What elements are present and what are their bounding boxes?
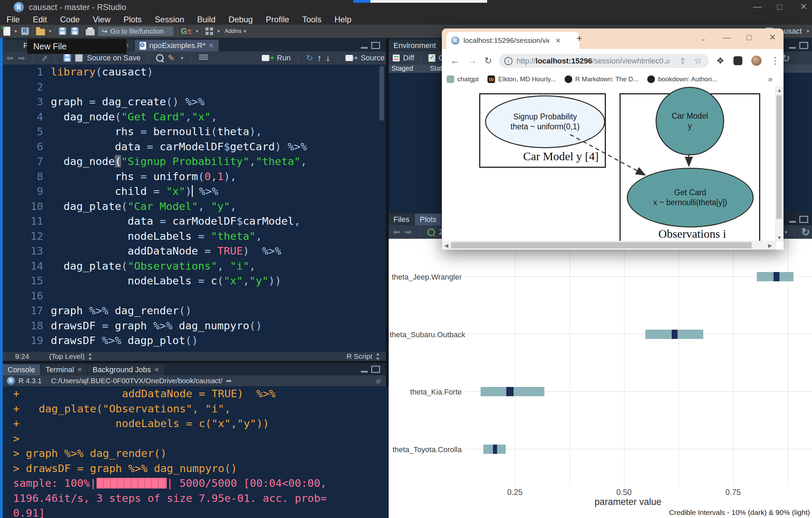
pane-minmax[interactable] (361, 366, 380, 373)
menu-item-tools[interactable]: Tools (296, 15, 328, 24)
magic-wand-icon[interactable]: ✎ (168, 53, 175, 63)
site-info-icon[interactable]: i (504, 57, 513, 65)
close-tab-icon[interactable]: ✕ (154, 366, 159, 374)
menu-item-build[interactable]: Build (191, 15, 222, 24)
browser-menu-icon[interactable]: ⋮ (770, 55, 780, 66)
zoom-plot-icon[interactable] (427, 228, 435, 236)
browser-maximize-icon[interactable]: □ (746, 33, 752, 42)
new-project-button[interactable] (21, 27, 29, 35)
profile-avatar[interactable] (751, 56, 762, 66)
horizontal-scrollbar[interactable]: ◀ ▶ (442, 241, 776, 250)
run-up-icon[interactable]: ↑ (317, 53, 321, 63)
goto-file-search[interactable]: ↪ Go to file/function (98, 26, 174, 36)
editor-scrollbar[interactable] (379, 66, 384, 121)
source-on-save-checkbox[interactable] (75, 54, 83, 62)
addins-menu[interactable]: Addins▾ (225, 28, 246, 34)
scroll-up-icon[interactable]: ▲ (776, 87, 783, 93)
tab-search-chevron-icon[interactable]: ⌄ (700, 34, 706, 43)
scrollbar-thumb[interactable] (776, 95, 782, 219)
maximize-pane-icon[interactable] (371, 42, 380, 49)
tab-background-jobs[interactable]: Background Jobs✕ (88, 364, 164, 375)
rerun-icon[interactable]: ↻ (306, 53, 313, 63)
source-button[interactable]: Source (361, 54, 385, 62)
save-all-button[interactable] (71, 27, 79, 35)
close-button[interactable]: ✕ (800, 2, 807, 12)
next-plot-icon[interactable]: ➡ (404, 227, 412, 237)
dag-node-x[interactable]: Get Card x ~ bernoulli(theta[y]) (627, 168, 754, 227)
dag-node-y[interactable]: Car Model y (656, 87, 724, 155)
pane-minmax[interactable] (361, 42, 380, 49)
bookmark-star-icon[interactable]: ☆ (694, 56, 702, 66)
browser-forward-icon[interactable]: → (467, 55, 477, 66)
code-editor[interactable]: 1library(causact)23graph = dag_create() … (3, 64, 386, 352)
doc-type[interactable]: R Script (346, 352, 372, 361)
version-control-button[interactable]: G±▾ (181, 26, 198, 36)
scroll-down-icon[interactable]: ▼ (776, 235, 783, 240)
vertical-scrollbar[interactable]: ▲ ▼ (775, 86, 784, 242)
tab-terminal[interactable]: Terminal✕ (41, 364, 87, 375)
save-file-icon[interactable] (63, 54, 71, 62)
dag-node-theta[interactable]: Signup Probability theta ~ uniform(0,1) (485, 95, 605, 148)
maximize-button[interactable]: □ (777, 2, 782, 12)
maximize-pane-icon[interactable] (371, 366, 380, 373)
previous-plot-icon[interactable]: ⬅ (393, 227, 400, 237)
open-folder-arrow-icon[interactable]: ➦ (226, 377, 232, 385)
console-output[interactable]: + addDataNode = TRUE) %>%+ dag_plate("Ob… (3, 386, 393, 518)
refresh-plot-icon[interactable]: ↻ (801, 226, 810, 238)
maximize-pane-icon[interactable] (799, 42, 808, 49)
new-file-button[interactable]: ▾ (3, 27, 17, 36)
minimize-pane-icon[interactable] (789, 43, 796, 49)
compile-notebook-icon[interactable] (199, 55, 208, 61)
editor-tab-npoexamples[interactable]: npoExamples.R*✕ (135, 40, 219, 51)
menu-item-help[interactable]: Help (328, 15, 358, 24)
scroll-right-icon[interactable]: ▶ (767, 243, 773, 249)
forward-icon[interactable]: ➡ (18, 53, 25, 63)
back-icon[interactable]: ⬅ (6, 53, 14, 63)
close-tab-icon[interactable]: ✕ (77, 366, 82, 374)
bookmark-item[interactable]: chatgpt (447, 75, 479, 83)
minimize-button[interactable]: — (753, 2, 762, 12)
minimize-pane-icon[interactable] (361, 366, 368, 373)
run-down-icon[interactable]: ↓ (326, 53, 330, 63)
scope-indicator[interactable]: (Top Level) (49, 352, 85, 361)
tab-plots[interactable]: Plots (415, 214, 441, 225)
run-icon[interactable] (262, 55, 269, 61)
browser-back-icon[interactable]: ← (450, 55, 460, 66)
tab-files[interactable]: Files (389, 214, 414, 225)
scrollbar-thumb[interactable] (451, 242, 752, 248)
source-icon[interactable] (345, 55, 353, 61)
scroll-left-icon[interactable]: ◀ (444, 243, 449, 249)
panes-layout-button[interactable]: ▾ (205, 27, 220, 35)
bookmark-item[interactable]: wElkton, MD Hourly... (487, 75, 556, 83)
close-tab-icon[interactable]: ✕ (555, 37, 561, 45)
minimize-pane-icon[interactable] (361, 43, 368, 49)
tab-environment[interactable]: Environment (389, 40, 441, 51)
bookmarks-overflow-icon[interactable]: » (768, 74, 773, 84)
browser-close-icon[interactable]: ✕ (769, 33, 776, 42)
menu-item-debug[interactable]: Debug (222, 15, 259, 24)
menu-item-plots[interactable]: Plots (117, 15, 148, 24)
col-staged[interactable]: Staged (391, 64, 422, 73)
open-file-button[interactable]: ▾ (36, 27, 52, 35)
print-button[interactable] (86, 27, 95, 35)
zoom-page-icon[interactable]: ⌕ (665, 56, 670, 66)
pane-minmax[interactable] (789, 216, 808, 223)
find-icon[interactable] (156, 54, 164, 62)
browser-reload-icon[interactable]: ↻ (484, 55, 492, 66)
extensions-puzzle-icon[interactable]: ❖ (716, 56, 724, 66)
diff-button[interactable]: Diff (403, 54, 414, 62)
share-icon[interactable]: ⇧ (679, 56, 686, 66)
bookmark-item[interactable]: R Markdown: The D... (565, 75, 638, 83)
new-tab-icon[interactable]: + (576, 33, 582, 44)
extension-icon[interactable] (733, 56, 742, 65)
close-tab-icon[interactable]: ✕ (209, 42, 214, 49)
bookmark-item[interactable]: bookdown: Authori... (647, 75, 717, 83)
tab-console[interactable]: Console (3, 364, 40, 375)
save-button[interactable] (59, 27, 66, 35)
run-button[interactable]: Run (277, 54, 291, 62)
menu-item-file[interactable]: File (0, 15, 26, 24)
address-bar[interactable]: i http://localhost:15296/session/viewhtm… (499, 54, 709, 68)
menu-item-session[interactable]: Session (148, 15, 190, 24)
browser-tab[interactable]: R localhost:15296/session/viewhtm ✕ (446, 32, 579, 49)
browser-minimize-icon[interactable]: — (722, 33, 731, 42)
